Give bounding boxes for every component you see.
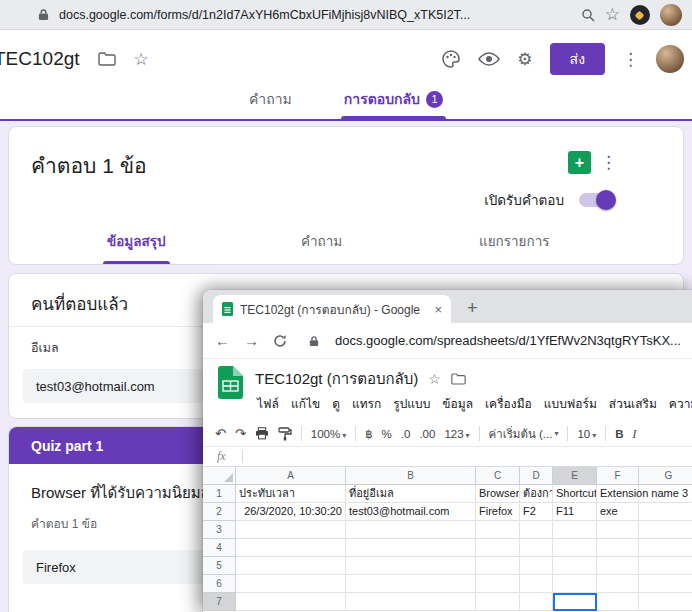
sheets-menu-item-1[interactable]: แก้ไข bbox=[285, 394, 326, 413]
percent-format-button[interactable]: % bbox=[382, 428, 392, 440]
col-header-C[interactable]: C bbox=[476, 467, 520, 485]
sheets-logo-icon[interactable] bbox=[218, 366, 243, 399]
cell-C2[interactable]: Firefox bbox=[476, 503, 520, 521]
tab-close-icon[interactable]: × bbox=[434, 302, 442, 317]
subtab-summary[interactable]: ข้อมูลสรุป bbox=[103, 230, 170, 264]
font-size-select[interactable]: 10▾ bbox=[577, 428, 596, 440]
folder-icon[interactable] bbox=[98, 52, 116, 66]
profile-avatar-2[interactable] bbox=[656, 45, 684, 73]
cell-G6[interactable] bbox=[639, 575, 692, 593]
cell-B4[interactable] bbox=[346, 539, 476, 557]
cell-C7[interactable] bbox=[476, 593, 520, 611]
subtab-individual[interactable]: แยกรายการ bbox=[475, 230, 554, 264]
cell-F3[interactable] bbox=[597, 521, 639, 539]
doc-star-icon[interactable]: ☆ bbox=[428, 371, 441, 387]
profile-avatar[interactable] bbox=[660, 4, 682, 26]
cell-F1[interactable]: Extension name 3 bbox=[597, 485, 639, 503]
cell-B1[interactable]: ที่อยู่อีเมล bbox=[346, 485, 476, 503]
preview-eye-icon[interactable] bbox=[478, 51, 500, 67]
cell-C3[interactable] bbox=[476, 521, 520, 539]
col-header-F[interactable]: F bbox=[597, 467, 639, 485]
redo-icon[interactable]: ↷ bbox=[235, 426, 246, 441]
cell-G5[interactable] bbox=[639, 557, 692, 575]
forward-icon[interactable]: → bbox=[244, 332, 259, 349]
font-select[interactable]: ค่าเริ่มต้น (...▾ bbox=[489, 425, 559, 443]
sheets-menu-item-2[interactable]: ดู bbox=[326, 394, 346, 413]
lock-icon[interactable] bbox=[38, 8, 49, 21]
cell-G4[interactable] bbox=[639, 539, 692, 557]
cell-A6[interactable] bbox=[236, 575, 346, 593]
tab-questions[interactable]: คำถาม bbox=[246, 88, 295, 119]
more-formats-button[interactable]: 123▾ bbox=[444, 428, 469, 440]
cell-C6[interactable] bbox=[476, 575, 520, 593]
reload-icon[interactable] bbox=[273, 334, 287, 348]
tab-responses[interactable]: การตอบกลับ 1 bbox=[341, 88, 446, 119]
lock-icon-2[interactable] bbox=[309, 335, 319, 347]
sheets-menu-item-0[interactable]: ไฟล์ bbox=[251, 394, 285, 413]
cell-A4[interactable] bbox=[236, 539, 346, 557]
settings-gear-icon[interactable]: ⚙ bbox=[517, 49, 532, 70]
cell-C1[interactable]: Browser bbox=[476, 485, 520, 503]
currency-format-button[interactable]: ฿ bbox=[365, 427, 372, 441]
cell-A5[interactable] bbox=[236, 557, 346, 575]
sheets-menu-item-3[interactable]: แทรก bbox=[346, 394, 387, 413]
sheets-menu-item-7[interactable]: แบบฟอร์ม bbox=[538, 394, 603, 413]
cell-B6[interactable] bbox=[346, 575, 476, 593]
cell-E1[interactable]: Shortcut bbox=[553, 485, 597, 503]
cell-A1[interactable]: ประทับเวลา bbox=[236, 485, 346, 503]
increase-decimal-button[interactable]: .00 bbox=[419, 428, 435, 440]
cell-F4[interactable] bbox=[597, 539, 639, 557]
zoom-icon[interactable] bbox=[581, 8, 595, 22]
cell-D4[interactable] bbox=[520, 539, 553, 557]
cell-C5[interactable] bbox=[476, 557, 520, 575]
print-icon[interactable] bbox=[255, 427, 269, 440]
cell-F5[interactable] bbox=[597, 557, 639, 575]
back-icon[interactable]: ← bbox=[215, 332, 230, 349]
row-header-4[interactable]: 4 bbox=[203, 539, 236, 557]
palette-icon[interactable] bbox=[441, 49, 461, 69]
sheets-menu-item-6[interactable]: เครื่องมือ bbox=[479, 394, 538, 413]
sheets-menu-item-9[interactable]: ความช่วยเหล bbox=[663, 394, 692, 413]
italic-button[interactable]: I bbox=[633, 428, 637, 440]
bookmark-star-icon[interactable]: ☆ bbox=[605, 4, 620, 25]
cell-F7[interactable] bbox=[597, 593, 639, 611]
sheets-address-url[interactable]: docs.google.com/spreadsheets/d/1YfEfWv2N… bbox=[335, 333, 680, 348]
cell-E4[interactable] bbox=[553, 539, 597, 557]
cell-D3[interactable] bbox=[520, 521, 553, 539]
cell-E5[interactable] bbox=[553, 557, 597, 575]
cell-A3[interactable] bbox=[236, 521, 346, 539]
extension-icon[interactable] bbox=[630, 5, 650, 25]
cell-G7[interactable] bbox=[639, 593, 692, 611]
col-header-A[interactable]: A bbox=[236, 467, 346, 485]
cell-D5[interactable] bbox=[520, 557, 553, 575]
move-folder-icon[interactable] bbox=[451, 373, 466, 385]
sheets-browser-tab[interactable]: TEC102gt (การตอบกลับ) - Google × bbox=[213, 295, 451, 323]
cell-B7[interactable] bbox=[346, 593, 476, 611]
form-title[interactable]: TEC102gt bbox=[0, 48, 80, 70]
cell-E7[interactable] bbox=[553, 593, 597, 611]
sheets-menu-item-8[interactable]: ส่วนเสริม bbox=[603, 394, 663, 413]
cell-D1[interactable]: ต้องการ f bbox=[520, 485, 553, 503]
col-header-E[interactable]: E bbox=[553, 467, 597, 485]
col-header-B[interactable]: B bbox=[346, 467, 476, 485]
row-header-3[interactable]: 3 bbox=[203, 521, 236, 539]
cell-D2[interactable]: F2 bbox=[520, 503, 553, 521]
cell-F6[interactable] bbox=[597, 575, 639, 593]
grid-corner[interactable] bbox=[203, 467, 236, 485]
sheets-menu-item-5[interactable]: ข้อมูล bbox=[436, 394, 479, 413]
cell-G3[interactable] bbox=[639, 521, 692, 539]
cell-G2[interactable] bbox=[639, 503, 692, 521]
cell-E2[interactable]: F11 bbox=[553, 503, 597, 521]
sheets-menu-item-4[interactable]: รูปแบบ bbox=[387, 394, 436, 413]
cell-D6[interactable] bbox=[520, 575, 553, 593]
star-icon[interactable]: ☆ bbox=[134, 49, 149, 70]
sheets-doc-title[interactable]: TEC102gt (การตอบกลับ) bbox=[255, 367, 418, 391]
new-tab-icon[interactable]: + bbox=[467, 298, 478, 323]
cell-B2[interactable]: test03@hotmail.com bbox=[346, 503, 476, 521]
row-header-1[interactable]: 1 bbox=[203, 485, 236, 503]
row-header-5[interactable]: 5 bbox=[203, 557, 236, 575]
address-url[interactable]: docs.google.com/forms/d/1n2Id7AxYH6mCbxU… bbox=[59, 8, 571, 22]
cell-C4[interactable] bbox=[476, 539, 520, 557]
decrease-decimal-button[interactable]: .0 bbox=[401, 428, 411, 440]
zoom-select[interactable]: 100%▾ bbox=[311, 428, 346, 440]
